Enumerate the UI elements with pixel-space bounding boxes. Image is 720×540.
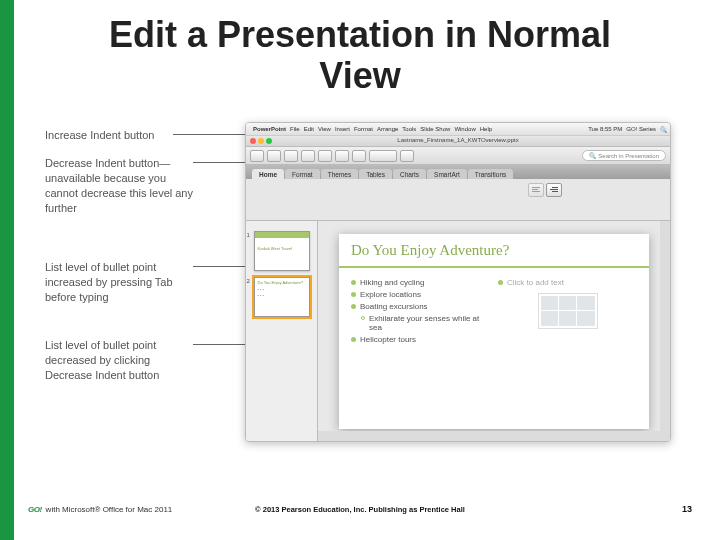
- page-number: 13: [682, 504, 692, 514]
- slide-canvas[interactable]: Do You Enjoy Adventure? Hiking and cycli…: [318, 221, 670, 441]
- zoom-icon[interactable]: [266, 138, 272, 144]
- slide-title[interactable]: Do You Enjoy Adventure?: [351, 242, 637, 259]
- callout-list-decreased: List level of bullet point decreased by …: [45, 338, 195, 383]
- callout-list-increased: List level of bullet point increased by …: [45, 260, 195, 305]
- menubar-user: GO! Series: [626, 126, 656, 132]
- tab-home[interactable]: Home: [252, 169, 284, 179]
- new-button[interactable]: [250, 150, 264, 162]
- left-accent-bar: [0, 0, 14, 540]
- close-icon[interactable]: [250, 138, 256, 144]
- tab-themes[interactable]: Themes: [321, 169, 358, 179]
- menu-window[interactable]: Window: [454, 126, 475, 132]
- callout-increase-indent: Increase Indent button: [45, 128, 175, 143]
- search-icon: 🔍: [589, 152, 596, 159]
- window-titlebar: Lastname_Firstname_1A_KWTOverview.pptx: [246, 136, 670, 147]
- menu-arrange[interactable]: Arrange: [377, 126, 398, 132]
- save-button[interactable]: [284, 150, 298, 162]
- increase-indent-button[interactable]: [546, 183, 562, 197]
- slide-thumbnail-1[interactable]: 1 Kodiak West Travel: [254, 231, 310, 271]
- scrollbar-vertical[interactable]: [660, 221, 670, 441]
- document-title: Lastname_Firstname_1A_KWTOverview.pptx: [246, 136, 670, 143]
- search-placeholder: Search in Presentation: [598, 153, 659, 159]
- menubar-clock: Tue 8:55 PM: [588, 126, 622, 132]
- open-button[interactable]: [267, 150, 281, 162]
- app-name: PowerPoint: [253, 126, 286, 132]
- content-placeholder-icons[interactable]: [538, 293, 598, 329]
- tab-transitions[interactable]: Transitions: [468, 169, 514, 179]
- ribbon-tabs: Home Format Themes Tables Charts SmartAr…: [246, 165, 670, 179]
- menu-view[interactable]: View: [318, 126, 331, 132]
- tab-smartart[interactable]: SmartArt: [427, 169, 467, 179]
- powerpoint-window: PowerPoint File Edit View Insert Format …: [245, 122, 671, 442]
- format-button[interactable]: [352, 150, 366, 162]
- undo-button[interactable]: [318, 150, 332, 162]
- search-input[interactable]: 🔍 Search in Presentation: [582, 150, 666, 161]
- content-left[interactable]: Hiking and cycling Explore locations Boa…: [351, 278, 490, 347]
- tab-format[interactable]: Format: [285, 169, 320, 179]
- scrollbar-horizontal[interactable]: [318, 431, 660, 441]
- tab-charts[interactable]: Charts: [393, 169, 426, 179]
- standard-toolbar: 🔍 Search in Presentation: [246, 147, 670, 165]
- menu-insert[interactable]: Insert: [335, 126, 350, 132]
- page-footer: GO! with Microsoft® Office for Mac 2011 …: [28, 504, 692, 514]
- decrease-indent-button: [528, 183, 544, 197]
- tab-tables[interactable]: Tables: [359, 169, 392, 179]
- menu-slideshow[interactable]: Slide Show: [420, 126, 450, 132]
- goi-logo: GO!: [28, 505, 42, 514]
- page-title: Edit a Presentation in Normal View: [100, 14, 620, 97]
- slides-panel[interactable]: 1 Kodiak West Travel 2 Do You Enjoy Adve…: [246, 221, 318, 441]
- workspace: 1 Kodiak West Travel 2 Do You Enjoy Adve…: [246, 221, 670, 441]
- menu-format[interactable]: Format: [354, 126, 373, 132]
- ribbon-body: [246, 179, 670, 221]
- callout-decrease-indent: Decrease Indent button—unavailable becau…: [45, 156, 195, 215]
- menu-edit[interactable]: Edit: [304, 126, 314, 132]
- footer-left: with Microsoft® Office for Mac 2011: [46, 505, 173, 514]
- slide: Do You Enjoy Adventure? Hiking and cycli…: [339, 234, 649, 429]
- spotlight-icon[interactable]: 🔍: [660, 126, 667, 133]
- minimize-icon[interactable]: [258, 138, 264, 144]
- slide-thumbnail-2[interactable]: 2 Do You Enjoy Adventure? • • •• • •: [254, 277, 310, 317]
- menu-help[interactable]: Help: [480, 126, 492, 132]
- print-button[interactable]: [301, 150, 315, 162]
- redo-button[interactable]: [335, 150, 349, 162]
- footer-copyright: © 2013 Pearson Education, Inc. Publishin…: [255, 505, 465, 514]
- content-right[interactable]: Click to add text: [498, 278, 637, 347]
- play-button[interactable]: [400, 150, 414, 162]
- mac-menubar: PowerPoint File Edit View Insert Format …: [246, 123, 670, 136]
- zoom-select[interactable]: [369, 150, 397, 162]
- menu-tools[interactable]: Tools: [402, 126, 416, 132]
- screenshot-figure: Increase Indent button Decrease Indent b…: [45, 122, 673, 444]
- menu-file[interactable]: File: [290, 126, 300, 132]
